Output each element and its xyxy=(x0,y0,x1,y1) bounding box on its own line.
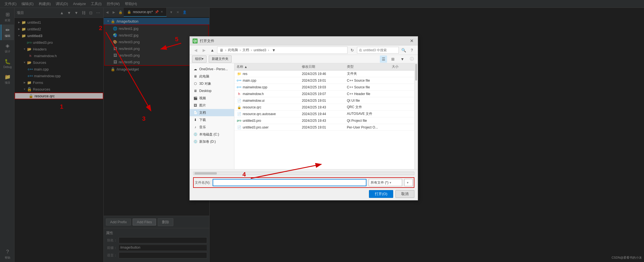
video-icon: 🎬 xyxy=(193,96,198,100)
sidebar-music[interactable]: ♪ 音乐 xyxy=(190,123,234,131)
file-row-prouser[interactable]: 📄 untitled3.pro.user 2024/2/25 19:01 Per… xyxy=(234,124,414,131)
image-icon: 🖼 xyxy=(193,103,198,108)
dialog-footer: 文件名(N): 所有文件 (*) ▼ ▼ 打开(O) 取消 xyxy=(190,169,418,200)
file-row-autosave[interactable]: 📄 resource.qrc.autosave 2024/2/25 19:44 … xyxy=(234,111,414,117)
dialog-title-text: 打开文件 xyxy=(200,38,406,43)
col-type-header[interactable]: 类型 xyxy=(345,64,390,69)
dialog-organize-bar: 组织▾ 新建文件夹 ☰ ⊞ ▼ ⓘ xyxy=(190,55,418,63)
sidebar-desktop[interactable]: 🖥 Desktop xyxy=(190,87,234,94)
dialog-close-button[interactable]: ✕ xyxy=(408,38,415,44)
disk-d-icon: 💿 xyxy=(193,139,198,144)
path-pc: 此电脑 xyxy=(228,48,238,52)
path-docs: 文档 xyxy=(242,48,249,52)
dialog-toolbar: ◀ ▶ ▲ 🖥 › 此电脑 › 文档 › untitled3 › ▼ ↻ 🔍 ? xyxy=(190,45,418,55)
sidebar-diskc[interactable]: 💿 本地磁盘 (C:) xyxy=(190,131,234,138)
dialog-titlebar: Qt 打开文件 ✕ xyxy=(190,37,418,45)
dialog-forward-btn[interactable]: ▶ xyxy=(200,47,208,54)
sidebar-diskd[interactable]: 💿 新加卷 (D:) xyxy=(190,138,234,145)
view-details-btn[interactable]: ☰ xyxy=(380,55,387,63)
cpp-icon2: c++ xyxy=(237,85,242,90)
file-row-untitled3pro[interactable]: pro untitled3.pro 2024/2/25 19:43 Qt Pro… xyxy=(234,117,414,124)
sidebar-pictures[interactable]: 🖼 图片 xyxy=(190,102,234,109)
dialog-left-sidebar: ☁ OneDrive - Perso... 🖥 此电脑 ⬡ 3D 对象 🖥 De… xyxy=(190,63,234,169)
view-menu-btn[interactable]: ▼ xyxy=(399,55,406,63)
sidebar-onedrive[interactable]: ☁ OneDrive - Perso... xyxy=(190,66,234,73)
disk-c-icon: 💿 xyxy=(193,132,198,137)
autosave-icon: 📄 xyxy=(237,111,242,117)
dialog-back-btn[interactable]: ◀ xyxy=(192,47,199,54)
dialog-body: ☁ OneDrive - Perso... 🖥 此电脑 ⬡ 3D 对象 🖥 De… xyxy=(190,63,418,169)
desktop-icon: 🖥 xyxy=(193,89,198,93)
cube-icon: ⬡ xyxy=(193,81,198,86)
col-name-header[interactable]: 名称 ▲ xyxy=(234,64,300,69)
filename-input[interactable] xyxy=(213,179,366,186)
path-untitled3: untitled3 xyxy=(254,48,266,52)
cloud-icon: ☁ xyxy=(193,67,198,71)
credit-text: CSDN@爱看书的小沫 xyxy=(612,256,642,260)
path-sep2: › xyxy=(240,48,241,52)
cpp-icon1: c++ xyxy=(237,78,242,83)
dialog-refresh-btn[interactable]: ↻ xyxy=(349,47,356,54)
filename-label: 文件名(N): xyxy=(195,180,210,185)
file-row-maincpp[interactable]: c++ main.cpp 2024/2/25 19:01 C++ Source … xyxy=(234,77,414,84)
scrollbar-thumb[interactable] xyxy=(415,64,417,81)
file-row-mainwindowcpp[interactable]: c++ mainwindow.cpp 2024/2/25 19:03 C++ S… xyxy=(234,84,414,91)
col-size-header[interactable]: 大小 xyxy=(390,64,414,69)
file-list-header: 名称 ▲ 修改日期 类型 大小 xyxy=(234,63,414,71)
dialog-scrollbar[interactable] xyxy=(414,63,418,169)
dialog-action-buttons: 打开(O) 取消 xyxy=(193,190,414,198)
ui-file-icon: 📄 xyxy=(237,98,242,103)
dialog-search-input[interactable] xyxy=(357,47,399,54)
sidebar-downloads[interactable]: ⬇ 下载 xyxy=(190,116,234,123)
user-file-icon: 📄 xyxy=(237,125,242,130)
res-folder-icon: 📁 xyxy=(237,71,242,76)
dialog-title-icon: Qt xyxy=(193,38,198,43)
filename-row: 文件名(N): 所有文件 (*) ▼ ▼ xyxy=(193,177,414,188)
path-sep4: › xyxy=(268,48,269,52)
file-list: 📁 res 2024/2/25 19:46 文件夹 c++ main.cpp 2… xyxy=(234,71,414,169)
music-icon: ♪ xyxy=(193,125,198,129)
open-button[interactable]: 打开(O) xyxy=(369,190,393,198)
filetype-arrow-btn[interactable]: ▼ xyxy=(404,179,413,186)
pc-icon: 🖥 xyxy=(193,74,198,79)
dialog-file-area: 名称 ▲ 修改日期 类型 大小 📁 res xyxy=(234,63,414,169)
file-row-resourceqrc[interactable]: 🔒 resource.qrc 2024/2/25 19:43 QRC 文件 xyxy=(234,104,414,111)
qrc-file-icon2: 🔒 xyxy=(237,105,242,110)
path-sep1: › xyxy=(225,48,226,52)
path-dropdown-btn[interactable]: ▼ xyxy=(271,47,277,53)
organize-button[interactable]: 组织▾ xyxy=(192,55,206,63)
view-large-btn[interactable]: ⊞ xyxy=(389,55,397,63)
sidebar-thispc[interactable]: 🖥 此电脑 xyxy=(190,73,234,80)
breadcrumb-bar[interactable]: 🖥 › 此电脑 › 文档 › untitled3 › ▼ xyxy=(217,47,347,54)
sidebar-3d[interactable]: ⬡ 3D 对象 xyxy=(190,80,234,87)
documents-icon: 📄 xyxy=(193,110,198,115)
sidebar-documents[interactable]: 📄 文档 xyxy=(190,109,234,116)
file-open-dialog: Qt 打开文件 ✕ ◀ ▶ ▲ 🖥 › 此电脑 › 文档 › untitled3… xyxy=(189,36,418,200)
sidebar-video[interactable]: 🎬 视频 xyxy=(190,94,234,102)
file-row-mainwindowui[interactable]: 📄 mainwindow.ui 2024/2/25 19:01 Qt UI fi… xyxy=(234,97,414,104)
new-folder-button[interactable]: 新建文件夹 xyxy=(209,55,232,63)
col-date-header[interactable]: 修改日期 xyxy=(300,64,345,69)
file-row-res[interactable]: 📁 res 2024/2/25 19:46 文件夹 xyxy=(234,71,414,77)
pro-icon2: pro xyxy=(237,118,242,123)
dialog-up-btn[interactable]: ▲ xyxy=(209,47,216,54)
path-sep3: › xyxy=(251,48,252,52)
download-icon: ⬇ xyxy=(193,118,198,122)
filetype-select[interactable]: 所有文件 (*) ▼ xyxy=(369,179,402,186)
h-icon1: h xyxy=(237,91,242,96)
dialog-info-btn: ⓘ xyxy=(408,55,415,63)
dialog-help-icon: ? xyxy=(408,47,415,54)
h-scrollbar-thumb xyxy=(195,172,217,174)
cancel-button[interactable]: 取消 xyxy=(395,190,414,198)
horizontal-scrollbar[interactable] xyxy=(193,172,414,175)
file-row-mainwindowh[interactable]: h mainwindow.h 2024/2/25 19:07 C++ Heade… xyxy=(234,91,414,97)
dialog-search-icon: 🔍 xyxy=(400,47,407,54)
